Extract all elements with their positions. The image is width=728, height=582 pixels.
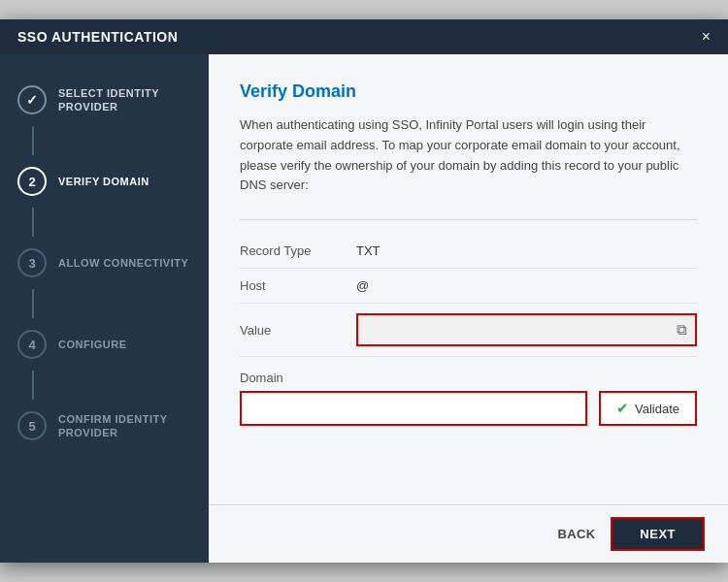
record-type-value: TXT bbox=[356, 243, 381, 258]
sidebar-step-4: 4 CONFIGURE bbox=[0, 318, 209, 371]
content-area: Verify Domain When authenticating using … bbox=[209, 54, 728, 504]
connector-3-4 bbox=[32, 289, 34, 318]
value-label: Value bbox=[240, 323, 356, 338]
step-circle-1: ✓ bbox=[17, 85, 47, 114]
modal-title: SSO AUTHENTICATION bbox=[17, 29, 178, 45]
host-row: Host @ bbox=[240, 269, 697, 304]
host-label: Host bbox=[240, 278, 356, 293]
description-text: When authenticating using SSO, Infinity … bbox=[240, 115, 697, 196]
modal-header: SSO AUTHENTICATION × bbox=[0, 19, 728, 54]
step-circle-4: 4 bbox=[17, 330, 47, 359]
connector-4-5 bbox=[32, 371, 34, 400]
validate-check-icon: ✔ bbox=[616, 400, 629, 417]
step-label-5: CONFIRM IDENTITYPROVIDER bbox=[58, 412, 168, 440]
validate-button[interactable]: ✔ Validate bbox=[599, 391, 697, 426]
back-button[interactable]: BACK bbox=[558, 527, 596, 541]
sidebar: ✓ SELECT IDENTITYPROVIDER 2 VERIFY DOMAI… bbox=[0, 54, 209, 563]
sso-modal: SSO AUTHENTICATION × ✓ SELECT IDENTITYPR… bbox=[0, 19, 728, 563]
sidebar-step-3: 3 ALLOW CONNECTIVITY bbox=[0, 237, 209, 289]
next-button[interactable]: NEXT bbox=[611, 517, 705, 551]
connector-1-2 bbox=[32, 126, 34, 155]
step-number-3: 3 bbox=[28, 256, 35, 271]
step-label-1: SELECT IDENTITYPROVIDER bbox=[58, 86, 159, 114]
step-circle-3: 3 bbox=[17, 248, 47, 277]
main-content: Verify Domain When authenticating using … bbox=[209, 54, 728, 563]
domain-row: Domain ✔ Validate bbox=[240, 371, 697, 426]
connector-2-3 bbox=[32, 208, 34, 237]
section-title: Verify Domain bbox=[240, 81, 697, 102]
sidebar-step-1: ✓ SELECT IDENTITYPROVIDER bbox=[0, 74, 209, 126]
step-number-2: 2 bbox=[28, 175, 35, 189]
domain-label: Domain bbox=[240, 371, 697, 385]
close-button[interactable]: × bbox=[702, 29, 711, 45]
value-input[interactable] bbox=[366, 323, 671, 338]
copy-icon[interactable]: ⧉ bbox=[677, 321, 687, 339]
validate-label: Validate bbox=[635, 402, 679, 416]
host-value: @ bbox=[356, 278, 369, 293]
value-row: Value ⧉ bbox=[240, 304, 697, 357]
step-number-4: 4 bbox=[28, 338, 35, 352]
domain-input[interactable] bbox=[240, 391, 587, 426]
check-icon: ✓ bbox=[26, 92, 38, 108]
modal-body: ✓ SELECT IDENTITYPROVIDER 2 VERIFY DOMAI… bbox=[0, 54, 728, 563]
value-input-wrapper: ⧉ bbox=[356, 313, 697, 346]
sidebar-step-2: 2 VERIFY DOMAIN bbox=[0, 155, 209, 208]
step-label-4: CONFIGURE bbox=[58, 338, 127, 351]
step-circle-5: 5 bbox=[17, 411, 47, 440]
step-number-5: 5 bbox=[28, 419, 35, 434]
step-label-2: VERIFY DOMAIN bbox=[58, 175, 149, 188]
divider-1 bbox=[240, 219, 697, 220]
domain-input-row: ✔ Validate bbox=[240, 391, 697, 426]
record-type-row: Record Type TXT bbox=[240, 234, 697, 269]
step-circle-2: 2 bbox=[17, 167, 47, 196]
modal-footer: BACK NEXT bbox=[209, 504, 728, 563]
sidebar-step-5: 5 CONFIRM IDENTITYPROVIDER bbox=[0, 400, 209, 452]
step-label-3: ALLOW CONNECTIVITY bbox=[58, 256, 188, 270]
record-type-label: Record Type bbox=[240, 243, 356, 258]
